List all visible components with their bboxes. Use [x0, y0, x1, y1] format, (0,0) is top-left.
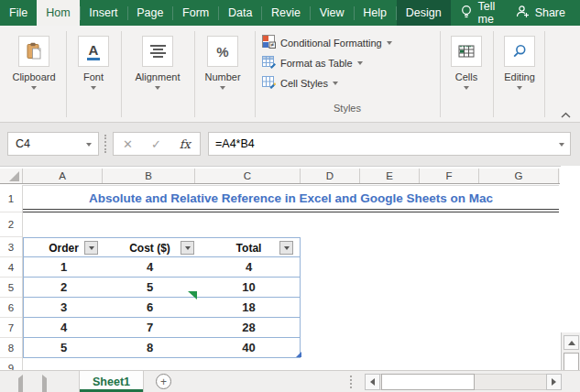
percent-icon[interactable]: %: [207, 36, 238, 67]
table-cell[interactable]: 5: [24, 338, 104, 357]
ribbon-tab-insert[interactable]: Insert: [80, 0, 126, 26]
select-all-triangle-icon: [9, 171, 19, 181]
row-header-5[interactable]: 5: [0, 278, 22, 298]
column-header-D[interactable]: D: [301, 169, 360, 183]
styles-group-caption: Styles: [275, 103, 420, 114]
ribbon-tab-revie[interactable]: Revie: [262, 0, 310, 26]
data-table[interactable]: OrderCost ($)Total1442510361847285840: [23, 237, 301, 358]
collapse-ribbon-button[interactable]: [560, 107, 573, 118]
ribbon-tab-page[interactable]: Page: [127, 0, 172, 26]
row-header-3[interactable]: 3: [0, 237, 22, 257]
filter-dropdown-button[interactable]: [181, 241, 194, 255]
cell-styles-icon: [262, 75, 276, 91]
table-cell[interactable]: 1: [24, 257, 104, 277]
font-dropdown-caret[interactable]: [91, 86, 96, 90]
ribbon-tab-hom[interactable]: Hom: [37, 0, 79, 26]
column-header-G[interactable]: G: [479, 169, 559, 183]
alignment-icon[interactable]: [142, 36, 173, 67]
row-header-7[interactable]: 7: [0, 318, 22, 338]
table-cell[interactable]: 28: [196, 318, 301, 337]
table-cell[interactable]: 8: [104, 338, 196, 357]
cells-icon[interactable]: [451, 36, 482, 67]
insert-function-icon[interactable]: fx: [180, 137, 191, 151]
search-icon[interactable]: [504, 36, 535, 67]
row-headers: 123456789: [0, 185, 23, 371]
enter-icon[interactable]: ✓: [151, 137, 161, 151]
horizontal-scrollbar-thumb[interactable]: [381, 374, 475, 390]
column-header-B[interactable]: B: [103, 169, 195, 183]
table-cell[interactable]: 40: [196, 338, 301, 357]
editing-dropdown-caret[interactable]: [517, 86, 522, 90]
sheet-tab-sheet1[interactable]: Sheet1: [79, 371, 144, 392]
row-header-9[interactable]: 9: [0, 358, 22, 371]
ribbon-tab-file[interactable]: File: [0, 0, 37, 26]
share-button[interactable]: Share: [507, 0, 575, 26]
table-cell[interactable]: 3: [24, 298, 104, 317]
sheet-nav-prev-button[interactable]: [18, 378, 23, 392]
clipboard-group[interactable]: Clipboard: [5, 36, 62, 90]
formula-input[interactable]: =A4*B4: [208, 132, 571, 156]
table-cell[interactable]: 5: [104, 278, 196, 297]
editing-label: Editing: [496, 71, 543, 82]
table-cell[interactable]: 10: [196, 278, 301, 297]
arrow-up-icon: [568, 341, 575, 345]
row-header-8[interactable]: 8: [0, 338, 22, 358]
ribbon-tab-help[interactable]: Help: [354, 0, 396, 26]
merged-title-cell[interactable]: Absolute and Relative Reference in Excel…: [23, 185, 559, 210]
name-box[interactable]: C4: [7, 132, 99, 156]
clipboard-icon[interactable]: [18, 36, 49, 67]
ribbon-tab-view[interactable]: View: [311, 0, 354, 26]
ribbon-tab-data[interactable]: Data: [219, 0, 261, 26]
tab-bar-separator[interactable]: [350, 376, 352, 388]
column-header-E[interactable]: E: [360, 169, 420, 183]
scroll-right-button[interactable]: [546, 374, 562, 390]
font-icon-glyph: A: [87, 43, 101, 60]
table-cell[interactable]: 6: [104, 298, 196, 317]
column-header-A[interactable]: A: [23, 169, 103, 183]
number-group[interactable]: % Number: [194, 36, 251, 90]
tell-me-button[interactable]: Tell me: [451, 0, 507, 26]
group-separator: [121, 31, 122, 117]
filter-dropdown-button[interactable]: [84, 241, 98, 255]
add-sheet-button[interactable]: +: [156, 374, 171, 389]
arrow-right-icon: [42, 375, 47, 392]
table-cell[interactable]: 18: [196, 298, 301, 317]
table-cell[interactable]: 2: [24, 278, 104, 297]
scroll-left-button[interactable]: [365, 374, 380, 390]
row-header-1[interactable]: 1: [0, 185, 22, 212]
group-separator: [493, 31, 494, 117]
table-cell[interactable]: 4: [196, 257, 301, 277]
number-dropdown-caret[interactable]: [220, 86, 225, 90]
formula-bar-separator[interactable]: [104, 135, 106, 153]
table-cell[interactable]: 7: [104, 318, 196, 337]
arrow-left-icon: [18, 375, 23, 392]
cell-styles-button[interactable]: Cell Styles: [262, 75, 338, 91]
select-all-corner[interactable]: [0, 169, 23, 183]
row-header-4[interactable]: 4: [0, 257, 22, 278]
ribbon-tab-design[interactable]: Design: [397, 0, 451, 26]
scroll-up-button[interactable]: [564, 335, 579, 350]
font-group[interactable]: A Font: [70, 36, 117, 90]
formula-bar-expand-caret[interactable]: [559, 143, 564, 147]
format-as-table-button[interactable]: Format as Table: [262, 55, 363, 71]
column-header-F[interactable]: F: [420, 169, 479, 183]
filter-dropdown-button[interactable]: [279, 241, 293, 255]
clipboard-dropdown-caret[interactable]: [31, 86, 37, 90]
conditional-formatting-button[interactable]: ≠ Conditional Formatting: [262, 35, 392, 50]
cancel-icon[interactable]: ✕: [123, 137, 133, 151]
row-header-2[interactable]: 2: [0, 212, 22, 237]
cells-dropdown-caret[interactable]: [464, 86, 469, 90]
font-icon[interactable]: A: [78, 36, 109, 67]
editing-group[interactable]: Editing: [496, 36, 543, 90]
column-header-C[interactable]: C: [195, 169, 301, 183]
cells-group[interactable]: Cells: [443, 36, 489, 90]
row-header-6[interactable]: 6: [0, 298, 22, 318]
table-cell[interactable]: 4: [104, 257, 196, 277]
alignment-group[interactable]: Alignment: [125, 36, 191, 90]
table-cell[interactable]: 4: [24, 318, 104, 337]
alignment-dropdown-caret[interactable]: [155, 86, 160, 90]
ribbon-tab-form[interactable]: Form: [173, 0, 218, 26]
sheet-nav-next-button[interactable]: [42, 378, 47, 392]
tell-me-label: Tell me: [478, 0, 498, 26]
name-box-caret[interactable]: [86, 143, 92, 147]
